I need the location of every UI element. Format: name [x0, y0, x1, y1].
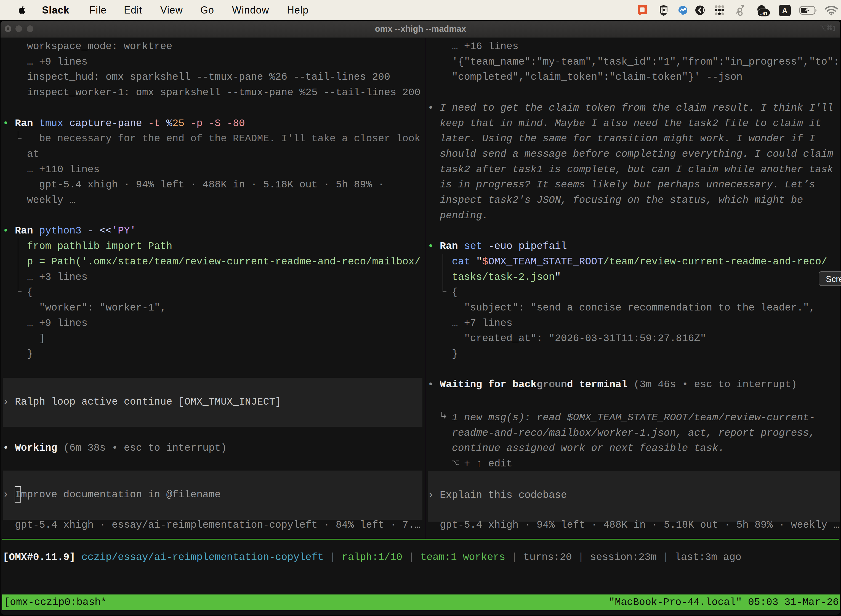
- svg-text:1: 1: [832, 24, 835, 32]
- svg-text:..61: ..61: [760, 11, 768, 16]
- svg-text:A: A: [782, 7, 787, 15]
